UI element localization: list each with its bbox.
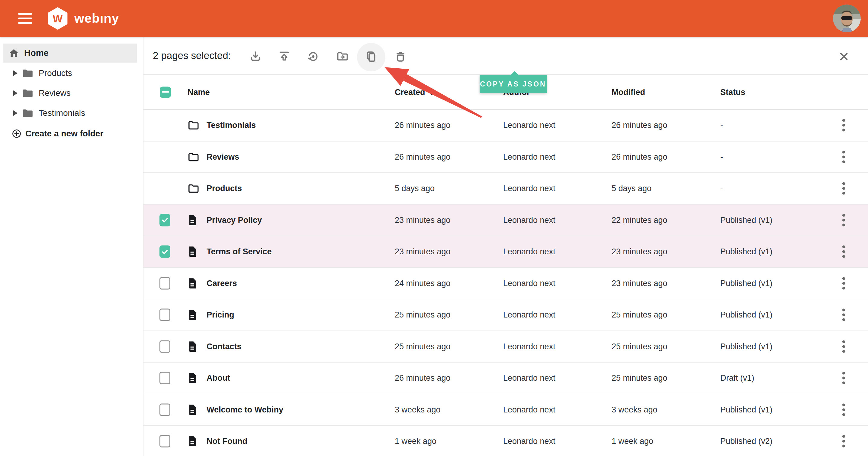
page-document-icon (188, 404, 197, 416)
column-header-created[interactable]: Created (395, 87, 435, 97)
row-modified: 22 minutes ago (612, 215, 668, 225)
row-name[interactable]: Careers (207, 279, 237, 288)
table-row[interactable]: Privacy Policy 23 minutes ago Leonardo n… (144, 205, 868, 236)
row-status: - (720, 184, 723, 193)
table-row[interactable]: Reviews 26 minutes ago Leonardo next 26 … (144, 142, 868, 173)
expand-caret-icon[interactable] (13, 110, 18, 116)
expand-caret-icon[interactable] (13, 90, 18, 96)
export-button[interactable] (277, 49, 291, 64)
create-new-folder-button[interactable]: Create a new folder (0, 123, 143, 144)
row-menu-button[interactable] (837, 434, 849, 448)
page-document-icon (188, 214, 197, 226)
row-name[interactable]: Contacts (207, 342, 242, 351)
move-to-folder-button[interactable] (335, 49, 350, 64)
row-author: Leonardo next (503, 342, 555, 351)
download-icon (249, 50, 262, 63)
row-type-icon (188, 309, 197, 321)
row-checkbox[interactable] (159, 277, 170, 289)
row-menu-button[interactable] (837, 245, 849, 258)
row-menu-button[interactable] (837, 150, 849, 164)
row-modified: 25 minutes ago (612, 373, 668, 383)
row-created: 3 weeks ago (395, 405, 441, 414)
row-checkbox[interactable] (159, 309, 170, 321)
row-menu-button[interactable] (837, 182, 849, 195)
row-menu-button[interactable] (837, 308, 849, 321)
table-row[interactable]: Not Found 1 week ago Leonardo next 1 wee… (144, 426, 868, 456)
table-row[interactable]: Pricing 25 minutes ago Leonardo next 25 … (144, 300, 868, 331)
sidebar-item-home[interactable]: Home (3, 44, 137, 63)
row-checkbox[interactable] (159, 340, 170, 352)
close-selection-button[interactable] (837, 49, 851, 64)
row-name[interactable]: Products (207, 184, 242, 193)
kebab-menu-icon (842, 277, 846, 290)
copy-as-json-button[interactable] (364, 49, 378, 64)
page-document-icon (188, 309, 197, 321)
row-status: Published (v1) (720, 279, 773, 288)
expand-caret-icon[interactable] (13, 70, 18, 76)
kebab-menu-icon (842, 213, 846, 227)
table-row[interactable]: Products 5 days ago Leonardo next 5 days… (144, 173, 868, 205)
row-name[interactable]: About (207, 373, 230, 383)
kebab-menu-icon (842, 403, 846, 417)
sort-desc-icon (429, 88, 435, 96)
table-row[interactable]: Contacts 25 minutes ago Leonardo next 25… (144, 331, 868, 363)
close-icon (839, 51, 849, 62)
row-author: Leonardo next (503, 247, 555, 256)
row-name[interactable]: Terms of Service (207, 247, 272, 256)
row-checkbox[interactable] (159, 246, 170, 258)
table-row[interactable]: About 26 minutes ago Leonardo next 25 mi… (144, 363, 868, 394)
select-all-checkbox[interactable] (160, 86, 171, 98)
row-menu-button[interactable] (837, 213, 849, 227)
delete-button[interactable] (393, 49, 408, 64)
column-header-status: Status (720, 87, 745, 97)
sidebar-folder-reviews[interactable]: Reviews (0, 83, 143, 103)
restore-button[interactable] (306, 49, 320, 64)
row-menu-button[interactable] (837, 277, 849, 290)
row-checkbox[interactable] (159, 372, 170, 384)
row-status: - (720, 152, 723, 162)
home-icon (8, 48, 19, 59)
row-author: Leonardo next (503, 373, 555, 383)
row-checkbox[interactable] (159, 214, 170, 226)
sidebar-folder-testimonials[interactable]: Testimonials (0, 103, 143, 123)
row-created: 1 week ago (395, 437, 436, 446)
row-created: 5 days ago (395, 184, 435, 193)
row-name[interactable]: Reviews (207, 152, 239, 162)
folder-icon (22, 89, 33, 98)
row-type-icon (188, 341, 197, 352)
hamburger-menu-icon[interactable] (18, 13, 32, 24)
row-menu-button[interactable] (837, 118, 849, 132)
sidebar-folder-products[interactable]: Products (0, 63, 143, 83)
row-menu-button[interactable] (837, 371, 849, 384)
pages-list-panel: 2 pages selected: (144, 37, 868, 456)
row-type-icon (188, 404, 197, 416)
download-button[interactable] (248, 49, 263, 64)
row-checkbox-cell (159, 246, 170, 258)
kebab-menu-icon (842, 118, 846, 132)
user-avatar[interactable] (833, 4, 861, 32)
page-document-icon (188, 372, 197, 384)
table-row[interactable]: Terms of Service 23 minutes ago Leonardo… (144, 236, 868, 268)
row-name[interactable]: Privacy Policy (207, 215, 262, 225)
brand-wordmark: webıny (74, 11, 119, 26)
row-name[interactable]: Pricing (207, 310, 235, 320)
row-menu-button[interactable] (837, 403, 849, 417)
row-name[interactable]: Welcome to Webiny (207, 405, 283, 414)
app-header: W webıny (0, 0, 868, 37)
row-name[interactable]: Not Found (207, 437, 247, 446)
row-type-icon (188, 246, 197, 258)
row-checkbox-cell (159, 277, 170, 289)
row-created: 23 minutes ago (395, 247, 451, 256)
row-modified: 23 minutes ago (612, 247, 668, 256)
folder-icon (22, 69, 33, 78)
table-row[interactable]: Careers 24 minutes ago Leonardo next 23 … (144, 268, 868, 300)
row-checkbox[interactable] (159, 435, 170, 448)
table-row[interactable]: Welcome to Webiny 3 weeks ago Leonardo n… (144, 394, 868, 426)
row-menu-button[interactable] (837, 340, 849, 353)
row-status: Published (v2) (720, 437, 773, 446)
table-row[interactable]: Testimonials 26 minutes ago Leonardo nex… (144, 110, 868, 142)
row-checkbox[interactable] (159, 403, 170, 416)
row-name[interactable]: Testimonials (207, 121, 256, 130)
sidebar-folder-label: Testimonials (39, 108, 85, 118)
row-author: Leonardo next (503, 310, 555, 320)
